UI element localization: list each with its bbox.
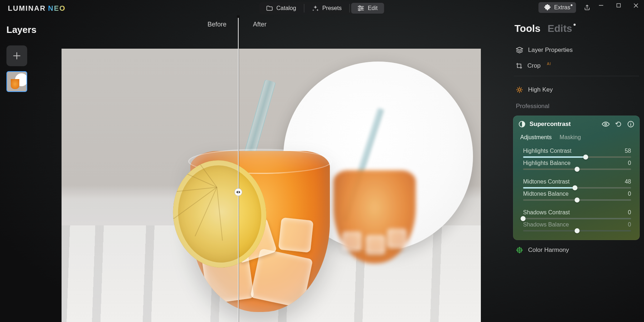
svg-point-10: [519, 251, 520, 253]
slider-label: Midtones Balance: [523, 191, 569, 197]
tool-crop-label: Crop: [527, 62, 541, 69]
separator: [304, 4, 304, 13]
section-professional: Professional: [513, 98, 640, 113]
svg-point-12: [521, 249, 523, 251]
sparkle-icon: [312, 5, 319, 11]
subtab-masking[interactable]: Masking: [560, 134, 581, 141]
slider-track[interactable]: [523, 199, 631, 201]
slider-shadows-balance: Shadows Balance0: [523, 221, 631, 231]
slider-value: 58: [625, 148, 631, 154]
top-mode-switch: Catalog Presets Edit: [259, 2, 385, 14]
extras-label: Extras: [554, 4, 570, 11]
tab-catalog[interactable]: Catalog: [260, 3, 303, 14]
tool-layer-properties[interactable]: Layer Properties: [513, 42, 640, 58]
extras-button[interactable]: Extras: [538, 2, 576, 13]
slider-group: Highlights Contrast58 Highlights Balance…: [513, 146, 640, 231]
folder-icon: [267, 5, 273, 11]
svg-point-1: [361, 8, 363, 9]
slider-highlights-balance: Highlights Balance0: [523, 160, 631, 170]
slider-midtones-contrast: Midtones Contrast48: [523, 179, 631, 189]
slider-highlights-contrast: Highlights Contrast58: [523, 148, 631, 158]
after-label: After: [253, 21, 267, 28]
tool-supercontrast-panel: Supercontrast Adjustments Masking Highli…: [513, 116, 640, 240]
tab-presets[interactable]: Presets: [306, 3, 348, 14]
layers-icon: [516, 47, 523, 53]
tab-presets-label: Presets: [322, 5, 342, 11]
slider-label: Highlights Balance: [523, 160, 571, 166]
slider-label: Midtones Contrast: [523, 179, 570, 185]
svg-point-4: [518, 89, 521, 91]
svg-point-0: [359, 6, 361, 7]
compare-handle[interactable]: [234, 188, 242, 196]
svg-point-16: [520, 251, 522, 253]
sliders-icon: [358, 5, 364, 11]
top-bar: LUMINARNEO Catalog Presets Edit: [0, 0, 644, 16]
edits-dot: [574, 24, 576, 26]
layer-thumbnail[interactable]: [6, 71, 27, 92]
tab-edit[interactable]: Edit: [351, 3, 384, 14]
tool-high-key-label: High Key: [528, 86, 553, 93]
flower-icon: [516, 247, 523, 254]
window-controls: [599, 3, 638, 8]
supercontrast-subtabs: Adjustments Masking: [513, 131, 640, 146]
undo-icon[interactable]: [615, 121, 622, 127]
tab-edit-label: Edit: [368, 5, 378, 11]
layers-title: Layers: [6, 24, 53, 35]
slider-track[interactable]: [523, 156, 631, 158]
tab-edits[interactable]: Edits: [548, 23, 572, 34]
share-icon[interactable]: [584, 4, 590, 11]
layers-panel: Layers: [6, 24, 53, 92]
slider-track[interactable]: [523, 218, 631, 219]
slider-shadows-contrast: Shadows Contrast0: [523, 209, 631, 219]
separator: [514, 76, 639, 76]
svg-point-8: [519, 249, 521, 251]
add-layer-button[interactable]: [6, 45, 27, 66]
sun-icon: [516, 86, 523, 93]
before-label: Before: [208, 21, 226, 28]
close-icon[interactable]: [634, 3, 638, 8]
tab-edits-label: Edits: [548, 23, 572, 34]
puzzle-icon: [544, 4, 551, 11]
slider-track[interactable]: [523, 230, 631, 231]
svg-point-14: [520, 248, 522, 250]
notification-dot: [571, 4, 572, 6]
svg-point-15: [517, 251, 519, 253]
tool-supercontrast-label: Supercontrast: [530, 121, 571, 128]
crop-icon: [516, 63, 522, 69]
eye-icon[interactable]: [602, 121, 610, 127]
brand-logo: LUMINARNEO: [8, 4, 66, 13]
slider-label: Shadows Balance: [523, 221, 569, 228]
info-icon[interactable]: [628, 121, 634, 127]
tool-color-harmony-label: Color Harmony: [528, 247, 569, 254]
slider-value: 0: [628, 221, 631, 228]
slider-track[interactable]: [523, 187, 631, 189]
tab-tools[interactable]: Tools: [514, 23, 541, 34]
tool-high-key[interactable]: High Key: [513, 80, 640, 98]
image-canvas[interactable]: [62, 49, 481, 322]
tab-catalog-label: Catalog: [277, 5, 296, 11]
ai-badge: AI: [547, 62, 551, 66]
contrast-icon: [519, 121, 525, 127]
slider-value: 0: [628, 191, 631, 197]
right-tabs: Tools Edits: [513, 21, 640, 42]
slider-value: 0: [628, 209, 631, 216]
tool-layer-properties-label: Layer Properties: [528, 47, 573, 54]
tool-color-harmony[interactable]: Color Harmony: [513, 240, 640, 254]
tools-panel: Tools Edits Layer Properties Crop AI Hig…: [509, 21, 644, 322]
slider-value: 0: [628, 160, 631, 166]
slider-value: 48: [625, 179, 631, 185]
svg-point-9: [519, 247, 520, 249]
maximize-icon[interactable]: [616, 3, 621, 8]
compare-divider[interactable]: [238, 15, 239, 322]
subtab-adjustments[interactable]: Adjustments: [520, 134, 552, 141]
svg-point-6: [605, 123, 606, 125]
image-glass: [190, 140, 330, 322]
minimize-icon[interactable]: [599, 3, 604, 8]
slider-label: Shadows Contrast: [523, 209, 570, 216]
slider-track[interactable]: [523, 169, 631, 170]
image-mirror-glass: [333, 170, 416, 263]
brand-word1: LUMINAR: [8, 4, 46, 12]
tool-crop[interactable]: Crop AI: [513, 58, 640, 74]
svg-point-13: [517, 248, 519, 250]
svg-point-11: [516, 249, 518, 251]
